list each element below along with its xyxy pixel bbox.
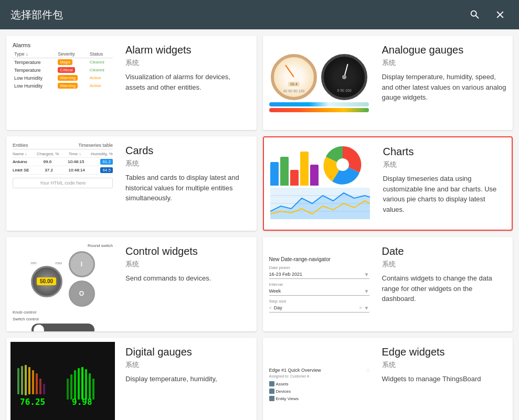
card-edge-widgets[interactable]: Edge #1 Quick Overview :: Assigned to: C… bbox=[263, 338, 513, 420]
digital-card-title: Digital gauges bbox=[125, 346, 250, 358]
html-placeholder: Your HTML code here bbox=[13, 178, 113, 188]
svg-rect-19 bbox=[78, 368, 80, 400]
card-cards[interactable]: Entities Timeseries table Name ↓ Charged… bbox=[6, 136, 257, 231]
edge-card-subtitle: 系统 bbox=[382, 360, 507, 370]
page-title: 选择部件包 bbox=[10, 8, 63, 22]
svg-rect-12 bbox=[39, 379, 41, 394]
alarm-card-subtitle: 系统 bbox=[125, 58, 250, 68]
header-actions bbox=[467, 6, 509, 23]
col-timeseries: Timeseries table bbox=[78, 143, 113, 148]
list-item: Assets bbox=[269, 380, 369, 387]
date-picker-value: 16-23 Feb 2021 ▼ bbox=[269, 271, 369, 279]
step-prev[interactable]: < bbox=[269, 305, 272, 310]
devices-icon bbox=[269, 389, 274, 394]
charts-card-subtitle: 系统 bbox=[383, 160, 506, 169]
svg-rect-23 bbox=[92, 379, 94, 400]
edge-preview: Edge #1 Quick Overview :: Assigned to: C… bbox=[263, 338, 376, 420]
round-switch-label: Round switch bbox=[88, 243, 113, 248]
card-control-widgets[interactable]: Round switch minmax 50.00 I O bbox=[6, 237, 257, 331]
date-navigator-title: New Date-range-navigator bbox=[269, 256, 369, 262]
charts-card-content: Charts 系统 Display timeseries data using … bbox=[377, 137, 512, 230]
step-value: Day bbox=[274, 305, 357, 310]
date-card-description: Contains widgets to change the data rang… bbox=[382, 273, 507, 304]
bar-chart bbox=[270, 149, 319, 186]
alarm-preview: Alarms Type ↓ Severity Status Temperatur… bbox=[6, 36, 119, 130]
cards-card-content: Cards 系统 Tables and cards to display lat… bbox=[119, 136, 257, 231]
round-switch-widget: I O bbox=[69, 251, 95, 307]
svg-text:76.25: 76.25 bbox=[20, 397, 45, 407]
svg-rect-17 bbox=[70, 374, 72, 400]
svg-rect-11 bbox=[36, 373, 38, 394]
gauge-card-title: Analogue gauges bbox=[382, 44, 507, 56]
list-item: Entity Views bbox=[269, 395, 369, 402]
table-row: Low Humidity Warning Active bbox=[13, 82, 113, 90]
svg-rect-9 bbox=[28, 367, 30, 394]
control-card-subtitle: 系统 bbox=[125, 260, 250, 269]
control-card-content: Control widgets 系统 Send commands to devi… bbox=[119, 237, 257, 331]
cards-card-title: Cards bbox=[125, 145, 250, 157]
alarm-card-content: Alarm widgets 系统 Visualization of alarms… bbox=[119, 36, 257, 130]
control-preview: Round switch minmax 50.00 I O bbox=[6, 237, 119, 331]
switch-control-label: Switch control bbox=[13, 317, 39, 321]
alarm-col-status: Status bbox=[88, 50, 113, 58]
edge-card-description: Widgets to manage ThingsBoard bbox=[382, 374, 507, 384]
card-alarm-widgets[interactable]: Alarms Type ↓ Severity Status Temperatur… bbox=[6, 36, 257, 130]
alarm-col-severity: Severity bbox=[56, 50, 88, 58]
line-chart bbox=[270, 188, 370, 219]
edge-card-content: Edge widgets 系统 Widgets to manage Things… bbox=[376, 338, 513, 420]
svg-rect-22 bbox=[89, 373, 91, 400]
date-preview: New Date-range-navigator Date picker 16-… bbox=[263, 237, 376, 331]
step-next[interactable]: > bbox=[359, 305, 362, 310]
card-analogue-gauges[interactable]: 03.4 40 60 80 100 0 50 100 bbox=[263, 36, 513, 130]
table-row: Arduino 99.6 10:48:15 61.2 bbox=[13, 158, 113, 166]
step-label: Step size bbox=[269, 299, 369, 304]
edge-title: Edge #1 Quick Overview bbox=[269, 368, 321, 373]
interval-value: Week ▼ bbox=[269, 287, 369, 296]
svg-point-0 bbox=[336, 158, 349, 171]
svg-text:9.98: 9.98 bbox=[72, 397, 92, 407]
col-entities: Entities bbox=[13, 143, 28, 148]
alarm-card-title: Alarm widgets bbox=[125, 44, 250, 56]
entity-views-icon bbox=[269, 396, 274, 401]
search-icon[interactable] bbox=[467, 6, 483, 23]
svg-rect-13 bbox=[43, 384, 45, 394]
list-item: Devices bbox=[269, 387, 369, 395]
digital-preview: 76.25 bbox=[6, 338, 119, 420]
close-icon[interactable] bbox=[492, 6, 509, 23]
knob-value: 50.00 bbox=[37, 277, 56, 285]
table-row: Temperature Critical Cleared bbox=[13, 66, 113, 74]
date-card-title: Date bbox=[382, 245, 507, 257]
svg-rect-18 bbox=[74, 370, 76, 400]
card-charts[interactable]: Charts 系统 Display timeseries data using … bbox=[263, 136, 513, 231]
alarm-col-type: Type ↓ bbox=[13, 50, 56, 58]
alarm-preview-title: Alarms bbox=[13, 42, 113, 48]
charts-card-title: Charts bbox=[383, 146, 506, 158]
card-date[interactable]: New Date-range-navigator Date picker 16-… bbox=[263, 237, 513, 331]
gauge-preview: 03.4 40 60 80 100 0 50 100 bbox=[263, 36, 376, 130]
digital-card-content: Digital gauges 系统 Display temperature, h… bbox=[119, 338, 257, 420]
step-control: < Day > ▼ bbox=[269, 304, 369, 313]
assets-icon bbox=[269, 381, 274, 386]
table-row: Low Humidity Warning Active bbox=[13, 74, 113, 82]
charts-preview bbox=[264, 137, 377, 230]
toggle-switch[interactable] bbox=[31, 324, 94, 331]
table-row: Linkit SE 37.2 10:48:14 64.5 bbox=[13, 166, 113, 175]
alarm-card-description: Visualization of alarms for devices, ass… bbox=[125, 72, 250, 92]
svg-rect-16 bbox=[67, 379, 69, 400]
digital-card-description: Display temperature, humidity, bbox=[125, 374, 250, 384]
svg-rect-20 bbox=[81, 367, 83, 400]
svg-rect-10 bbox=[32, 370, 34, 394]
digital-card-subtitle: 系统 bbox=[125, 360, 250, 370]
date-card-subtitle: 系统 bbox=[382, 260, 507, 269]
cards-card-subtitle: 系统 bbox=[125, 159, 250, 168]
svg-rect-8 bbox=[25, 365, 27, 395]
pie-chart bbox=[322, 144, 364, 186]
cards-preview: Entities Timeseries table Name ↓ Charged… bbox=[6, 136, 119, 231]
control-card-description: Send commands to devices. bbox=[125, 273, 250, 284]
gauge-card-content: Analogue gauges 系统 Display temperature, … bbox=[376, 36, 513, 130]
knob-label: Knob control bbox=[13, 310, 36, 315]
charts-card-description: Display timeseries data using customizab… bbox=[383, 174, 506, 214]
header: 选择部件包 bbox=[0, 0, 519, 29]
gauge-card-subtitle: 系统 bbox=[382, 58, 507, 68]
card-digital-gauges[interactable]: 76.25 bbox=[6, 338, 257, 420]
